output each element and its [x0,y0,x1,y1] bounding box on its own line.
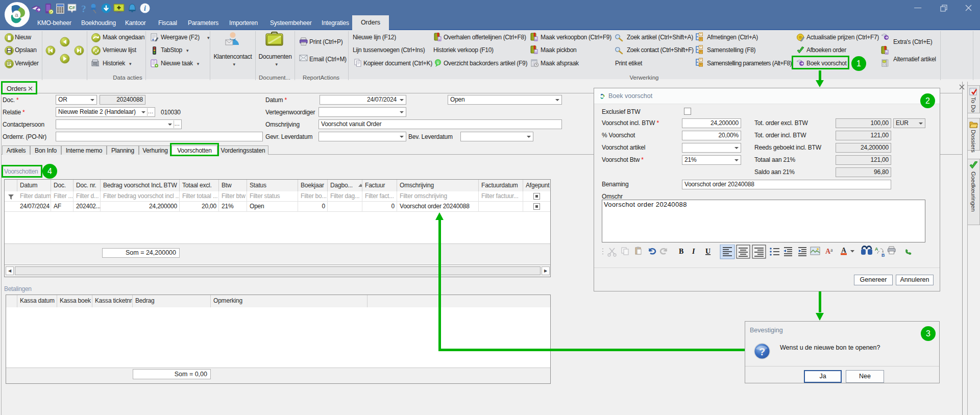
svg-text:g: g [438,38,440,41]
svg-text:a: a [15,12,18,18]
svg-text:g: g [886,51,887,54]
svg-text:i: i [144,5,146,12]
svg-text:A: A [875,247,878,252]
svg-text:?: ? [81,4,86,14]
svg-text:A: A [841,247,847,254]
svg-text:?: ? [759,346,765,357]
svg-text:C#: C# [69,5,75,10]
svg-text:I: I [692,248,695,255]
svg-text:B: B [679,248,683,255]
svg-text:a: a [830,247,833,253]
svg-text:t.1: t.1 [884,63,886,65]
svg-text:g: g [535,38,536,41]
svg-text:U: U [705,248,710,255]
svg-text:B: B [881,253,885,258]
svg-text:g: g [535,51,536,54]
